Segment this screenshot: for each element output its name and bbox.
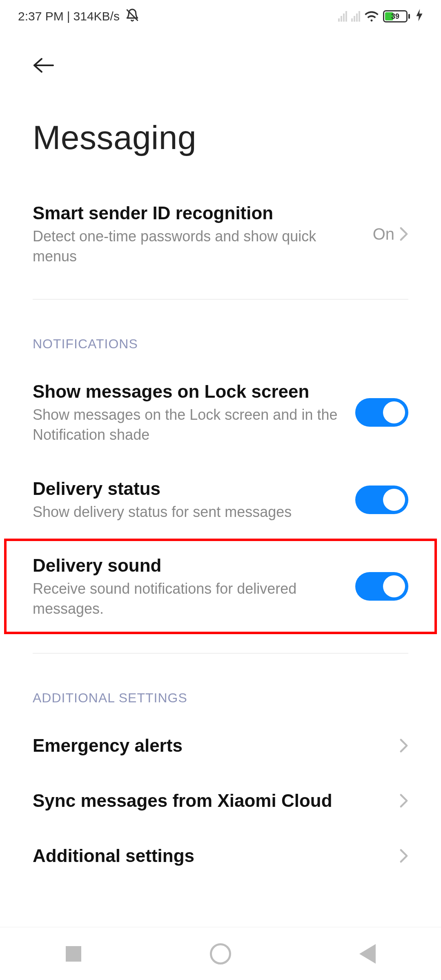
android-nav-bar: [0, 927, 441, 980]
smart-sender-value: On: [373, 225, 394, 243]
header-row: [33, 33, 408, 74]
section-divider: [33, 653, 408, 654]
chevron-right-icon: [399, 738, 408, 753]
delivery-sound-sub: Receive sound notifications for delivere…: [33, 579, 343, 619]
delivery-status-row[interactable]: Delivery status Show delivery status for…: [33, 461, 408, 539]
delivery-sound-toggle[interactable]: [355, 572, 408, 601]
additional-settings-title: Additional settings: [33, 844, 387, 867]
smart-sender-sub: Detect one-time passwords and show quick…: [33, 227, 361, 266]
nav-home-button[interactable]: [208, 942, 233, 966]
section-divider: [33, 299, 408, 300]
square-icon: [66, 946, 81, 962]
wifi-icon: [364, 10, 379, 22]
signal-1-icon: [338, 11, 347, 22]
emergency-alerts-row[interactable]: Emergency alerts: [33, 718, 408, 773]
delivery-status-toggle[interactable]: [355, 486, 408, 514]
nav-recents-button[interactable]: [61, 942, 86, 966]
section-header-notifications: NOTIFICATIONS: [33, 336, 408, 352]
sync-messages-title: Sync messages from Xiaomi Cloud: [33, 789, 387, 812]
battery-icon: 39: [383, 10, 410, 22]
sync-messages-row[interactable]: Sync messages from Xiaomi Cloud: [33, 773, 408, 828]
delivery-status-title: Delivery status: [33, 477, 343, 500]
signal-2-icon: [351, 11, 360, 22]
additional-settings-row[interactable]: Additional settings: [33, 828, 408, 883]
delivery-sound-title: Delivery sound: [33, 554, 343, 577]
smart-sender-title: Smart sender ID recognition: [33, 202, 361, 224]
bell-slash-icon: [125, 8, 139, 25]
chevron-right-icon: [399, 227, 408, 241]
battery-percent: 39: [384, 12, 406, 21]
section-header-additional: ADDITIONAL SETTINGS: [33, 690, 408, 706]
lock-screen-row[interactable]: Show messages on Lock screen Show messag…: [33, 364, 408, 461]
lock-screen-sub: Show messages on the Lock screen and in …: [33, 405, 343, 445]
charging-bolt-icon: [416, 9, 423, 24]
status-sep: |: [67, 9, 70, 23]
triangle-left-icon: [359, 944, 376, 964]
chevron-right-icon: [399, 849, 408, 863]
status-right: 39: [338, 9, 423, 24]
page-title: Messaging: [33, 118, 408, 157]
lock-screen-toggle[interactable]: [355, 398, 408, 427]
status-net-speed: 314KB/s: [74, 9, 120, 23]
delivery-status-sub: Show delivery status for sent messages: [33, 502, 343, 522]
circle-icon: [210, 943, 231, 964]
delivery-sound-highlight: Delivery sound Receive sound notificatio…: [4, 539, 437, 634]
status-time: 2:37 PM: [18, 9, 64, 23]
lock-screen-title: Show messages on Lock screen: [33, 380, 343, 403]
back-arrow-icon[interactable]: [33, 57, 408, 74]
smart-sender-row[interactable]: Smart sender ID recognition Detect one-t…: [33, 185, 408, 283]
status-left: 2:37 PM | 314KB/s: [18, 8, 139, 25]
emergency-alerts-title: Emergency alerts: [33, 734, 387, 757]
delivery-sound-row[interactable]: Delivery sound Receive sound notificatio…: [33, 554, 408, 619]
chevron-right-icon: [399, 793, 408, 808]
status-bar: 2:37 PM | 314KB/s: [0, 0, 441, 33]
nav-back-button[interactable]: [355, 942, 380, 966]
